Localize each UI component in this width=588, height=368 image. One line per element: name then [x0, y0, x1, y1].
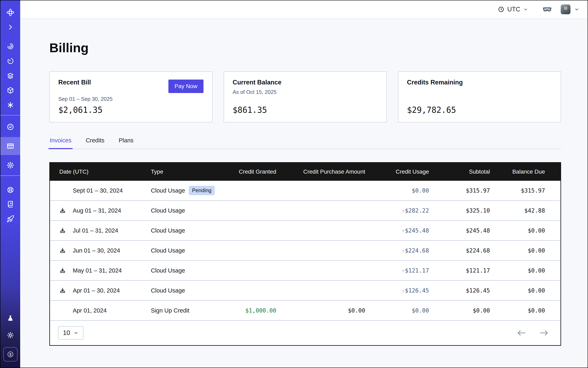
goggles-icon[interactable] — [543, 5, 552, 14]
lifebuoy-help-icon[interactable] — [7, 186, 14, 194]
sidebar-item-billing[interactable] — [0, 137, 20, 155]
billing-tabs: Invoices Credits Plans — [49, 137, 561, 149]
column-header-balance-due: Balance Due — [490, 168, 561, 175]
column-header-credit-purchase-amount: Credit Purchase Amount — [276, 168, 365, 175]
credit-usage-value: -$126.45 — [365, 287, 429, 294]
layers-icon[interactable] — [7, 72, 14, 80]
topbar: UTC — [20, 0, 588, 19]
billing-page: $ UTC Billing — [0, 0, 588, 368]
page-size-select[interactable]: 10 — [58, 326, 83, 340]
credit-usage-value: -$245.48 — [365, 227, 429, 234]
subtotal-value: $0.00 — [429, 307, 490, 314]
sidebar: $ — [0, 0, 20, 368]
page-title: Billing — [49, 40, 561, 55]
asterisk-icon[interactable] — [7, 101, 14, 109]
card-subtitle — [407, 89, 552, 95]
table-row: Apr 01, 2024 Sign Up Credit $1,000.00 $0… — [50, 300, 561, 320]
current-balance-card: Current Balance As of Oct 15, 2025 $861.… — [224, 71, 387, 122]
pay-now-button[interactable]: Pay Now — [168, 80, 203, 93]
subtotal-value: $126.45 — [429, 287, 490, 294]
download-invoice-button[interactable] — [59, 287, 73, 294]
balance-due-value: $0.00 — [490, 227, 561, 234]
column-header-credit-granted: Credit Granted — [227, 168, 276, 175]
table-row: Sept 01 – 30, 2024 Cloud Usage Pending $… — [50, 181, 561, 200]
invoice-date: Jul 01 – 31, 2024 — [73, 227, 118, 234]
card-title: Credits Remaining — [407, 79, 463, 86]
download-invoice-button[interactable] — [59, 207, 73, 214]
gauge-dashboard-icon[interactable] — [6, 123, 15, 131]
invoice-type: Cloud Usage — [151, 247, 185, 254]
subtotal-value: $121.17 — [429, 267, 490, 274]
download-invoice-button[interactable] — [59, 247, 73, 254]
column-header-date: Date (UTC) — [50, 168, 142, 175]
download-icon — [59, 287, 66, 294]
user-avatar[interactable] — [561, 4, 570, 14]
subtotal-value: $315.97 — [429, 187, 490, 194]
credit-usage-value: -$121.17 — [365, 267, 429, 274]
sidebar-divider — [0, 175, 20, 176]
tab-plans[interactable]: Plans — [118, 137, 134, 149]
invoice-date: Aug 01 – 31, 2024 — [73, 207, 121, 214]
table-row: Apr 01 – 30, 2024 Cloud Usage -$126.45 $… — [50, 280, 561, 300]
invoice-table-body: Sept 01 – 30, 2024 Cloud Usage Pending $… — [50, 181, 561, 320]
summary-cards: Recent Bill Pay Now Sep 01 – Sep 30, 202… — [49, 71, 561, 122]
recent-bill-card: Recent Bill Pay Now Sep 01 – Sep 30, 202… — [49, 71, 212, 122]
theme-sun-icon[interactable] — [7, 331, 14, 339]
download-invoice-button[interactable] — [59, 227, 73, 234]
invoice-date: Apr 01 – 30, 2024 — [73, 287, 120, 294]
settings-gear-icon[interactable] — [6, 161, 15, 169]
tab-credits[interactable]: Credits — [85, 137, 105, 149]
chevron-down-icon[interactable] — [574, 7, 579, 12]
download-icon — [59, 267, 66, 274]
credit-usage-value: -$224.68 — [365, 247, 429, 254]
subtotal-value: $245.48 — [429, 227, 490, 234]
timezone-label: UTC — [507, 6, 520, 13]
next-page-button[interactable] — [539, 330, 549, 336]
scan-eye-icon[interactable] — [7, 42, 14, 50]
balance-due-value: $0.00 — [490, 247, 561, 254]
credit-usage-value: $0.00 — [365, 187, 429, 194]
logo-star-icon[interactable] — [6, 8, 15, 17]
download-icon — [59, 227, 66, 234]
subtotal-value: $224.68 — [429, 247, 490, 254]
invoice-date: May 01 – 31, 2024 — [73, 267, 122, 274]
main-content: Billing Recent Bill Pay Now Sep 01 – Sep… — [20, 19, 588, 368]
docs-book-icon[interactable] — [7, 200, 14, 208]
column-header-credit-usage: Credit Usage — [365, 168, 429, 175]
previous-page-button[interactable] — [517, 330, 526, 336]
download-invoice-button[interactable] — [59, 267, 73, 274]
timezone-select[interactable]: UTC — [498, 6, 528, 13]
balance-due-value: $42.88 — [490, 207, 561, 214]
balance-due-value: $0.00 — [490, 307, 561, 314]
arrow-left-icon — [517, 330, 526, 336]
invoice-date: Sept 01 – 30, 2024 — [73, 187, 123, 194]
billing-period: Sep 01 – Sep 30, 2025 — [58, 96, 203, 102]
download-icon — [59, 207, 66, 214]
invoice-type: Sign Up Credit — [151, 307, 190, 314]
flask-icon[interactable] — [7, 314, 14, 322]
chevron-right-icon[interactable] — [7, 24, 14, 31]
column-header-subtotal: Subtotal — [429, 168, 490, 175]
current-balance-amount: $861.35 — [233, 105, 378, 115]
credit-purchase-value: $0.00 — [276, 307, 365, 314]
invoice-date: Apr 01, 2024 — [73, 307, 107, 314]
status-badge: Pending — [189, 186, 215, 195]
billing-card-icon — [6, 142, 15, 150]
balance-due-value: $0.00 — [490, 287, 561, 294]
credit-usage-value: -$282.22 — [365, 207, 429, 214]
card-title: Recent Bill — [58, 79, 91, 86]
balance-due-value: $315.97 — [490, 187, 561, 194]
cube-icon[interactable] — [7, 86, 14, 94]
chevron-down-icon — [523, 7, 528, 12]
credits-dollar-seal-button[interactable]: $ — [3, 347, 18, 361]
sidebar-divider — [0, 115, 20, 115]
timer-icon[interactable] — [7, 57, 14, 65]
table-row: Jul 01 – 31, 2024 Cloud Usage -$245.48 $… — [50, 220, 561, 240]
subtotal-value: $325.10 — [429, 207, 490, 214]
invoice-type: Cloud Usage — [151, 287, 185, 294]
clock-icon — [498, 6, 504, 13]
tab-invoices[interactable]: Invoices — [49, 137, 72, 149]
rocket-icon[interactable] — [7, 215, 14, 223]
table-row: Aug 01 – 31, 2024 Cloud Usage -$282.22 $… — [50, 200, 561, 220]
invoice-type: Cloud Usage — [151, 207, 185, 214]
